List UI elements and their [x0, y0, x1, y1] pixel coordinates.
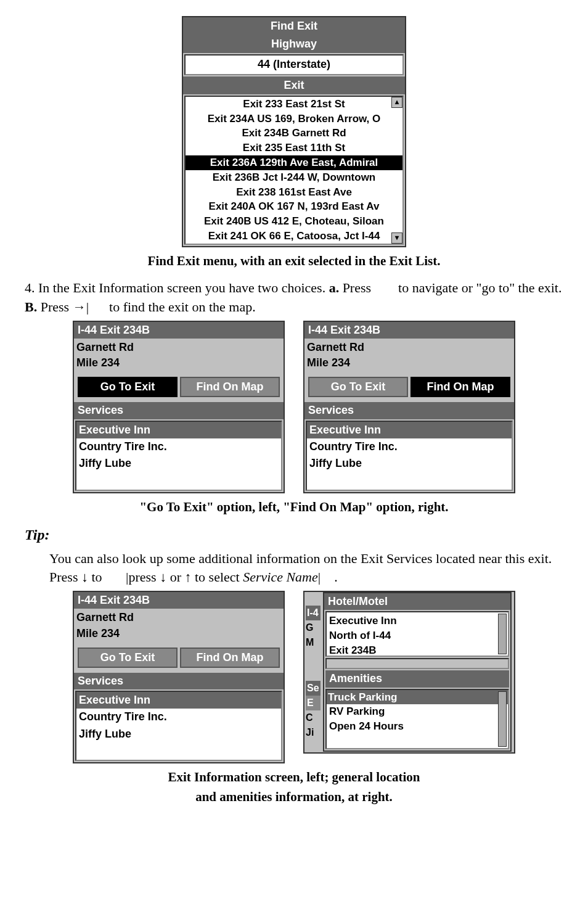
thin-bar[interactable] — [325, 658, 509, 669]
go-to-exit-button[interactable]: Go To Exit — [308, 377, 408, 397]
scrollbar[interactable] — [498, 691, 507, 747]
find-on-map-button[interactable]: Find On Map — [410, 377, 510, 397]
window-title: Find Exit — [183, 17, 405, 35]
scroll-down-icon[interactable]: ▾ — [391, 232, 402, 244]
exit-info-screen-left: I-44 Exit 234B Garnett Rd Mile 234 Go To… — [73, 321, 285, 493]
list-item[interactable]: Exit 234B Garnett Rd — [186, 126, 402, 141]
list-item[interactable]: Exit 238 161st East Ave — [186, 185, 402, 200]
service-item[interactable]: Jiffy Lube — [76, 726, 281, 742]
services-label: Services — [304, 402, 514, 419]
info-header: I-44 Exit 234B — [74, 322, 284, 339]
info-header: I-44 Exit 234B — [304, 322, 514, 339]
go-to-exit-button[interactable]: Go To Exit — [78, 377, 178, 397]
service-item[interactable]: Executive Inn — [76, 692, 281, 709]
find-on-map-button[interactable]: Find On Map — [180, 377, 280, 397]
service-item[interactable]: Executive Inn — [76, 422, 281, 438]
road-name: Garnett Rd — [76, 340, 281, 355]
info-header: I-44 Exit 234B — [74, 592, 284, 609]
service-item[interactable]: Country Tire Inc. — [76, 438, 281, 455]
bg-letters: I-4 G M Se E C Ji — [306, 606, 321, 740]
scrollbar[interactable] — [498, 614, 507, 654]
service-item[interactable]: Executive Inn — [307, 422, 512, 438]
step-text: 4. In the Exit Information screen you ha… — [25, 279, 563, 317]
road-name: Garnett Rd — [307, 340, 512, 355]
services-label: Services — [74, 402, 284, 419]
amenity-item-selected[interactable]: Truck Parking — [327, 690, 508, 705]
amenity-item[interactable]: Open 24 Hours — [329, 719, 505, 734]
exit-list[interactable]: ▴ Exit 233 East 21st St Exit 234A US 169… — [184, 96, 404, 245]
go-to-exit-button[interactable]: Go To Exit — [78, 648, 178, 668]
amenities-list[interactable]: Truck Parking RV Parking Open 24 Hours — [325, 689, 509, 749]
list-item-selected[interactable]: Exit 236A 129th Ave East, Admiral — [186, 155, 402, 170]
services-list[interactable]: Executive Inn Country Tire Inc. Jiffy Lu… — [75, 421, 282, 491]
popup-info: Executive Inn North of I-44 Exit 234B — [325, 611, 509, 657]
exit-label: Exit — [183, 76, 405, 94]
list-item[interactable]: Exit 241 OK 66 E, Catoosa, Jct I-44 — [186, 229, 402, 244]
mile-marker: Mile 234 — [307, 355, 512, 371]
mile-marker: Mile 234 — [76, 355, 281, 371]
find-exit-window: Find Exit Highway 44 (Interstate) Exit ▴… — [182, 16, 406, 247]
service-item[interactable]: Jiffy Lube — [76, 455, 281, 472]
scroll-up-icon[interactable]: ▴ — [391, 97, 402, 108]
amenities-popup-container: I-4 G M Se E C Ji Hotel/Motel Executive … — [303, 591, 515, 754]
mile-marker: Mile 234 — [76, 626, 281, 641]
highway-label: Highway — [183, 35, 405, 53]
amenities-label: Amenities — [325, 670, 509, 687]
amenity-item[interactable]: RV Parking — [329, 704, 505, 719]
caption: "Go To Exit" option, left, "Find On Map"… — [25, 498, 563, 516]
tip-text: You can also look up some additional inf… — [49, 549, 563, 588]
amenities-popup: Hotel/Motel Executive Inn North of I-44 … — [323, 592, 512, 751]
service-item[interactable]: Jiffy Lube — [307, 455, 512, 472]
list-item[interactable]: Exit 235 East 11th St — [186, 141, 402, 155]
caption: and amenities information, at right. — [25, 788, 563, 806]
road-name: Garnett Rd — [76, 610, 281, 625]
service-item[interactable]: Country Tire Inc. — [76, 709, 281, 725]
popup-header: Hotel/Motel — [324, 593, 510, 610]
list-item[interactable]: Exit 240A OK 167 N, 193rd East Av — [186, 199, 402, 214]
services-list[interactable]: Executive Inn Country Tire Inc. Jiffy Lu… — [75, 691, 282, 761]
list-item[interactable]: Exit 240B US 412 E, Choteau, Siloan — [186, 214, 402, 229]
service-item[interactable]: Country Tire Inc. — [307, 438, 512, 455]
exit-info-screen-services: I-44 Exit 234B Garnett Rd Mile 234 Go To… — [73, 591, 285, 763]
list-item[interactable]: Exit 234A US 169, Broken Arrow, O — [186, 112, 402, 126]
find-on-map-button[interactable]: Find On Map — [180, 648, 280, 668]
list-item[interactable]: Exit 233 East 21st St — [186, 97, 402, 112]
caption: Exit Information screen, left; general l… — [25, 768, 563, 786]
caption: Find Exit menu, with an exit selected in… — [25, 252, 563, 270]
highway-field[interactable]: 44 (Interstate) — [184, 54, 404, 75]
services-label: Services — [74, 673, 284, 689]
services-list[interactable]: Executive Inn Country Tire Inc. Jiffy Lu… — [306, 421, 513, 491]
tip-label: Tip: — [25, 525, 563, 546]
exit-info-screen-right: I-44 Exit 234B Garnett Rd Mile 234 Go To… — [303, 321, 515, 493]
list-item[interactable]: Exit 236B Jct I-244 W, Downtown — [186, 170, 402, 185]
